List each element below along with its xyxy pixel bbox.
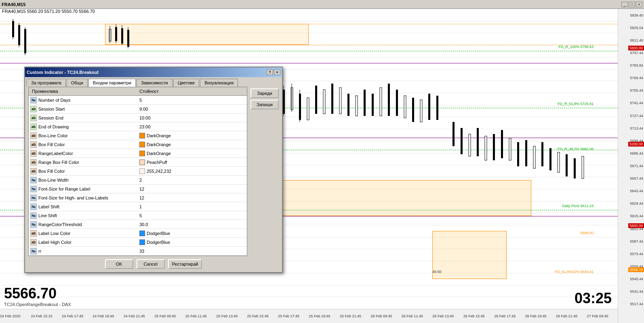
price-highlight-5200: 5200.00 bbox=[628, 142, 644, 147]
price-highlight-5800: 5800.00 bbox=[628, 46, 644, 50]
dialog-tabs: За програмата Общи Входни параметри Зави… bbox=[25, 77, 282, 87]
ok-button[interactable]: OK bbox=[105, 259, 133, 269]
cancel-button[interactable]: Cancel bbox=[137, 259, 165, 269]
svg-rect-49 bbox=[549, 148, 551, 170]
close-button[interactable]: × bbox=[636, 2, 642, 7]
color-swatch-8[interactable] bbox=[139, 168, 145, 174]
table-row[interactable]: ab Range Box Fill Color PeachPuff bbox=[29, 158, 247, 167]
maximize-button[interactable]: □ bbox=[629, 2, 635, 7]
tab-input-params[interactable]: Входни параметри bbox=[88, 79, 136, 87]
table-row[interactable]: № RangeColorThreshold 30.0 bbox=[29, 220, 247, 229]
table-row[interactable]: ab RangeLabelColor DarkOrange bbox=[29, 149, 247, 158]
svg-rect-53 bbox=[582, 156, 584, 178]
table-row[interactable]: ab Session End 10:00 bbox=[29, 113, 247, 122]
svg-rect-35 bbox=[428, 94, 430, 120]
price-5811: 5811.40 bbox=[630, 38, 643, 42]
tab-about[interactable]: За програмата bbox=[27, 79, 66, 87]
param-value-11: 12 bbox=[138, 195, 247, 201]
color-swatch-6[interactable] bbox=[139, 151, 145, 156]
time-label-17: 26 Feb 19:45 bbox=[525, 314, 547, 318]
price-5769: 5769.44 bbox=[630, 76, 643, 80]
price-5531: 5531.44 bbox=[630, 289, 643, 294]
price-5839: 5839.40 bbox=[630, 13, 643, 17]
svg-rect-45 bbox=[517, 142, 519, 166]
price-5783: 5783.84 bbox=[630, 63, 643, 67]
dialog-title: Custom Indicator - TC24.Breakout bbox=[27, 70, 99, 75]
col-header-variable: Променлива bbox=[30, 88, 138, 94]
tab-visualization[interactable]: Визуализация bbox=[200, 79, 238, 87]
load-button[interactable]: Зареди bbox=[250, 88, 279, 98]
table-row[interactable]: ab Label Low Color DodgerBlue bbox=[29, 229, 247, 238]
svg-rect-48 bbox=[541, 142, 543, 166]
svg-rect-31 bbox=[396, 90, 398, 116]
bottom-info: 5566.70 TC24.OpenRangeBreakout - DAX bbox=[4, 285, 71, 307]
svg-rect-27 bbox=[364, 90, 366, 116]
indicator-name: TC24.OpenRangeBreakout - DAX bbox=[4, 302, 71, 307]
table-row[interactable]: ab Label High Color DodgerBlue bbox=[29, 238, 247, 247]
time-label-9: 25 Feb 17:45 bbox=[278, 314, 299, 318]
color-swatch-4[interactable] bbox=[139, 133, 145, 138]
param-icon-7: ab bbox=[30, 159, 37, 166]
param-name-label-high-color: ab Label High Color bbox=[29, 238, 138, 246]
color-swatch-15[interactable] bbox=[139, 231, 145, 236]
param-name-box-fill-color2: ab Box Fill Color bbox=[29, 167, 138, 175]
table-row[interactable]: № rr 33 bbox=[29, 247, 247, 256]
param-name-box-fill-color: ab Box Fill Color bbox=[29, 141, 138, 149]
svg-rect-52 bbox=[574, 158, 576, 178]
svg-rect-23 bbox=[331, 84, 333, 114]
table-row[interactable]: ab End of Drawing 23:00 bbox=[29, 122, 247, 131]
color-swatch-16[interactable] bbox=[139, 239, 145, 245]
price-5713: 5713.44 bbox=[630, 126, 643, 130]
price-5643: 5643.44 bbox=[630, 189, 643, 193]
chart-header: FRA40,M15 5560.20 5571.20 5550.70 5566.7… bbox=[2, 9, 95, 14]
color-swatch-7[interactable] bbox=[139, 159, 145, 165]
time-label-19: 27 Feb 09:45 bbox=[587, 314, 608, 318]
tab-colors[interactable]: Цветове bbox=[173, 79, 199, 87]
param-icon-2: ab bbox=[30, 115, 37, 121]
minimize-button[interactable]: _ bbox=[621, 2, 628, 7]
restart-button[interactable]: Рестартирай bbox=[168, 259, 202, 269]
save-button[interactable]: Запиши bbox=[250, 100, 279, 109]
price-5615: 5615.44 bbox=[630, 214, 643, 218]
table-row[interactable]: № Font-Size for Range Label 12 bbox=[29, 185, 247, 193]
color-swatch-5[interactable] bbox=[139, 142, 145, 147]
svg-rect-42 bbox=[493, 134, 495, 160]
param-value-7: PeachPuff bbox=[138, 159, 247, 166]
svg-rect-32 bbox=[404, 96, 406, 118]
tab-general[interactable]: Общи bbox=[67, 79, 88, 87]
tab-dependencies[interactable]: Зависимости bbox=[137, 79, 173, 87]
svg-rect-28 bbox=[372, 94, 374, 116]
table-row[interactable]: № Font-Size for High- and Low-Labels 12 bbox=[29, 193, 247, 202]
param-icon-4: ab bbox=[30, 132, 37, 139]
table-row[interactable]: ab Box Fill Color DarkOrange bbox=[29, 140, 247, 149]
param-icon-6: ab bbox=[30, 150, 37, 157]
chart-time: 03:25 bbox=[575, 290, 612, 307]
table-row[interactable]: ab Session Start 9:00 bbox=[29, 105, 247, 113]
table-row[interactable]: ab Box-Line Color DarkOrange bbox=[29, 131, 247, 140]
time-label-16: 26 Feb 17:45 bbox=[494, 314, 516, 318]
table-row[interactable]: № Box-Line Width 2 bbox=[29, 176, 247, 185]
table-row[interactable]: № Label Shift 1 bbox=[29, 202, 247, 211]
param-value-5: DarkOrange bbox=[138, 141, 247, 148]
dialog-close-button[interactable]: × bbox=[274, 69, 280, 75]
param-icon-13: № bbox=[30, 212, 37, 219]
svg-rect-30 bbox=[388, 84, 390, 116]
param-name-0: № Number of Days bbox=[29, 96, 138, 104]
table-row[interactable]: ab Box Fill Color 255,242,232 bbox=[29, 167, 247, 176]
price-highlight-5600: 5600.00 bbox=[628, 223, 644, 228]
param-icon-11: № bbox=[30, 195, 37, 201]
dialog-help-button[interactable]: ? bbox=[267, 69, 273, 75]
svg-rect-24 bbox=[339, 88, 341, 114]
price-5517: 5517.44 bbox=[630, 302, 643, 306]
param-value-12: 1 bbox=[138, 203, 247, 210]
table-row[interactable]: № Number of Days 5 bbox=[29, 96, 247, 105]
table-row[interactable]: № Line Shift 5 bbox=[29, 211, 247, 220]
param-icon-9: № bbox=[30, 177, 37, 183]
price-5629: 5629.44 bbox=[630, 201, 643, 206]
param-name-line-shift: № Line Shift bbox=[29, 212, 138, 220]
price-5671: 5671.44 bbox=[630, 164, 643, 168]
svg-rect-20 bbox=[307, 98, 309, 120]
time-label-11: 25 Feb 21:45 bbox=[340, 314, 361, 318]
price-5727: 5727.44 bbox=[630, 114, 643, 118]
time-label-10: 25 Feb 19:45 bbox=[309, 314, 330, 318]
